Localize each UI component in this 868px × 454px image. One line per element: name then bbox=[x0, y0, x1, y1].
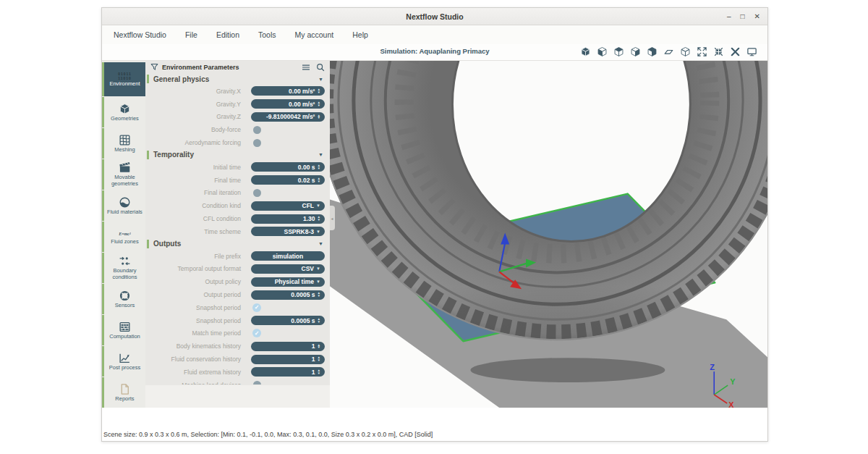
menu-item-nextflow-studio[interactable]: Nextflow Studio bbox=[114, 30, 166, 39]
sidebar-item-environment[interactable]: 0101111010Environment bbox=[102, 62, 145, 96]
collapse-chevron-icon[interactable]: ▼ bbox=[318, 152, 323, 157]
spinner-arrows-icon[interactable]: ▲▼ bbox=[317, 369, 320, 374]
output-period-spinner[interactable]: 0.0005 s ▲▼ bbox=[251, 290, 325, 300]
param-row-output-period: Output period 0.0005 s ▲▼ bbox=[145, 288, 330, 301]
gravity-z-spinner[interactable]: -9.81000042 m/s² ▲▼ bbox=[251, 112, 325, 122]
main-content: 0101111010EnvironmentGeometriesMeshingMo… bbox=[102, 60, 767, 408]
field-value: 0.00 m/s² bbox=[289, 88, 315, 95]
close-button[interactable]: ✕ bbox=[754, 13, 760, 20]
menu-item-edition[interactable]: Edition bbox=[216, 30, 239, 39]
sidebar-item-sensors[interactable]: Sensors bbox=[102, 284, 145, 314]
cube-solid-icon[interactable] bbox=[580, 46, 591, 57]
temporal-output-format-dropdown[interactable]: CSV ▼ bbox=[251, 264, 325, 274]
sidebar-item-computation[interactable]: Computation bbox=[102, 315, 145, 345]
hamburger-menu-icon[interactable] bbox=[302, 64, 310, 71]
param-label: File prefix bbox=[145, 253, 247, 260]
field-value: 1 bbox=[312, 342, 315, 350]
param-row-fluid-conservation-history: Fluid conservation history 1 ▲▼ bbox=[145, 353, 330, 366]
menu-item-help[interactable]: Help bbox=[352, 30, 368, 39]
clipped-row: Machine load devices bbox=[145, 379, 330, 384]
field-value: 1.30 bbox=[303, 215, 315, 222]
section-header-outputs[interactable]: Outputs ▼ bbox=[145, 238, 330, 250]
search-icon[interactable] bbox=[316, 63, 325, 72]
section-header-temporality[interactable]: Temporality ▼ bbox=[145, 149, 330, 161]
screen-icon[interactable] bbox=[746, 46, 757, 57]
cube-face-front-icon[interactable] bbox=[630, 46, 641, 57]
snapshot-period-2-spinner[interactable]: 0.0005 s ▲▼ bbox=[251, 316, 325, 325]
spinner-arrows-icon[interactable]: ▲▼ bbox=[317, 114, 320, 119]
menu-item-file[interactable]: File bbox=[185, 30, 197, 39]
sidebar-item-fluid-zones[interactable]: E=mc²Fluid zones bbox=[102, 222, 145, 252]
chart-line-icon bbox=[119, 352, 131, 364]
collapse-chevron-icon[interactable]: ▼ bbox=[318, 77, 323, 82]
cube-face-right-icon[interactable] bbox=[647, 46, 658, 57]
expand-view-icon[interactable] bbox=[697, 46, 707, 57]
sidebar-item-post-process[interactable]: Post process bbox=[102, 346, 145, 377]
sidebar-item-movable-geometries[interactable]: Movable geometries bbox=[102, 159, 145, 190]
sidebar-item-meshing[interactable]: Meshing bbox=[102, 128, 145, 159]
cross-tools-icon[interactable] bbox=[730, 46, 741, 57]
emc2-icon: E=mc² bbox=[119, 228, 131, 238]
sidebar-item-label: Fluid zones bbox=[111, 239, 138, 245]
time-scheme-dropdown[interactable]: SSPRK8-3 ▼ bbox=[251, 227, 325, 236]
body-kinematics-history-spinner[interactable]: 1 ▲▼ bbox=[251, 342, 325, 351]
status-bar: Scene size: 0.9 x 0.3 x 0.6 m, Selection… bbox=[102, 428, 767, 441]
sidebar-item-label: Sensors bbox=[115, 303, 135, 309]
menu-item-tools[interactable]: Tools bbox=[258, 30, 276, 39]
match-time-period-checkbox[interactable]: ✓ bbox=[252, 329, 261, 337]
cube-face-back-icon[interactable] bbox=[613, 46, 624, 57]
shrink-view-icon[interactable] bbox=[713, 46, 724, 57]
aerodynamic-forcing-toggle[interactable] bbox=[253, 139, 261, 147]
cube-wire-icon[interactable] bbox=[680, 46, 691, 57]
sidebar-item-fluid-materials[interactable]: Fluid materials bbox=[102, 190, 145, 221]
filter-funnel-icon[interactable] bbox=[150, 63, 158, 71]
maximize-button[interactable]: □ bbox=[741, 13, 745, 20]
panel-title: Environment Parameters bbox=[162, 64, 239, 71]
condition-kind-dropdown[interactable]: CFL ▼ bbox=[251, 201, 325, 211]
sidebar-item-reports[interactable]: Reports bbox=[102, 377, 145, 408]
panel-resize-handle[interactable]: ◂ bbox=[330, 206, 335, 230]
spinner-arrows-icon[interactable]: ▲▼ bbox=[317, 101, 320, 106]
sidebar-item-boundary-conditions[interactable]: Boundary conditions bbox=[102, 253, 145, 283]
dropdown-value: CFL bbox=[302, 202, 315, 209]
field-value: 0.0005 s bbox=[291, 317, 315, 324]
initial-time-spinner[interactable]: 0.00 s ▲▼ bbox=[251, 162, 325, 172]
gravity-y-spinner[interactable]: 0.00 m/s² ▲▼ bbox=[251, 99, 325, 109]
cfl-condition-spinner[interactable]: 1.30 ▲▼ bbox=[251, 214, 325, 224]
spinner-arrows-icon[interactable]: ▲▼ bbox=[317, 344, 320, 349]
plane-view-icon[interactable] bbox=[663, 46, 674, 57]
minimize-button[interactable]: – bbox=[727, 13, 731, 20]
section-title: Temporality bbox=[153, 151, 194, 159]
gravity-x-spinner[interactable]: 0.00 m/s² ▲▼ bbox=[251, 86, 325, 96]
spinner-arrows-icon[interactable]: ▲▼ bbox=[317, 292, 320, 297]
sidebar-accent-bar bbox=[102, 377, 104, 408]
dropdown-caret-icon: ▼ bbox=[316, 230, 320, 234]
spinner-arrows-icon[interactable]: ▲▼ bbox=[317, 177, 320, 182]
param-row-final-iteration: Final iteration bbox=[145, 187, 330, 200]
3d-viewport[interactable]: Z Y X ◂ bbox=[330, 61, 767, 408]
axis-x-label: X bbox=[728, 400, 734, 408]
machine-load-devices-toggle[interactable] bbox=[253, 381, 261, 384]
spinner-arrows-icon[interactable]: ▲▼ bbox=[317, 164, 320, 169]
fluid-conservation-history-spinner[interactable]: 1 ▲▼ bbox=[251, 355, 325, 364]
spinner-arrows-icon[interactable]: ▲▼ bbox=[317, 356, 320, 361]
spinner-arrows-icon[interactable]: ▲▼ bbox=[317, 88, 320, 93]
param-label: CFL condition bbox=[145, 215, 247, 222]
spinner-arrows-icon[interactable]: ▲▼ bbox=[317, 318, 320, 323]
cube-face-left-icon[interactable] bbox=[597, 46, 608, 57]
menu-item-my-account[interactable]: My account bbox=[295, 30, 334, 39]
output-policy-dropdown[interactable]: Physical time ▼ bbox=[251, 277, 325, 287]
body-force-toggle[interactable] bbox=[253, 126, 261, 134]
collapse-chevron-icon[interactable]: ▼ bbox=[318, 241, 323, 246]
field-value: -9.81000042 m/s² bbox=[266, 113, 315, 120]
file-prefix-input[interactable]: simulation bbox=[251, 251, 325, 261]
fluid-extrema-history-spinner[interactable]: 1 ▲▼ bbox=[251, 367, 325, 377]
panel-header: Environment Parameters bbox=[145, 61, 330, 73]
sidebar-item-geometries[interactable]: Geometries bbox=[102, 97, 145, 127]
snapshot-period-checkbox[interactable]: ✓ bbox=[252, 303, 261, 312]
field-value: 0.00 s bbox=[298, 164, 315, 171]
final-iteration-toggle[interactable] bbox=[253, 189, 261, 197]
section-header-general-physics[interactable]: General physics ▼ bbox=[145, 73, 330, 85]
final-time-spinner[interactable]: 0.02 s ▲▼ bbox=[251, 175, 325, 185]
spinner-arrows-icon[interactable]: ▲▼ bbox=[317, 216, 320, 221]
